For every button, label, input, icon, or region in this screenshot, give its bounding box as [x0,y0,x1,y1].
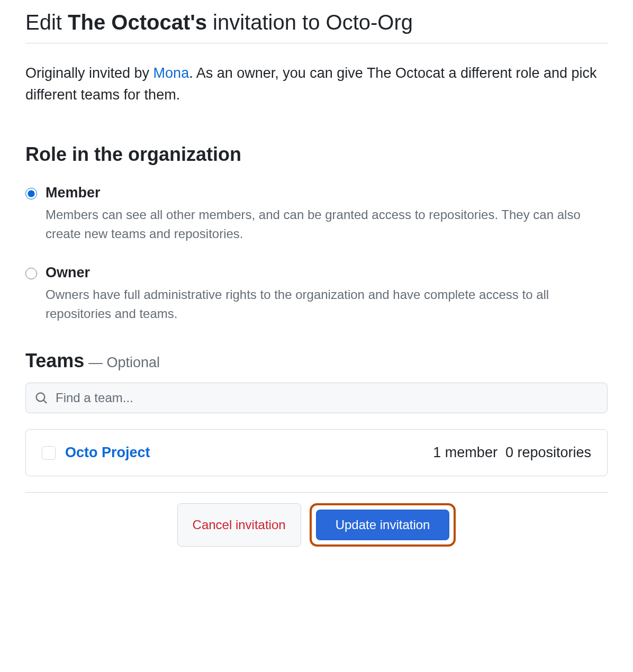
role-desc-member: Members can see all other members, and c… [46,205,608,243]
teams-optional-label: — Optional [84,355,160,370]
cancel-invitation-button[interactable]: Cancel invitation [177,503,301,547]
update-button-highlight: Update invitation [310,503,456,547]
team-search-container [25,383,608,413]
team-name-link[interactable]: Octo Project [65,444,433,461]
teams-heading-text: Teams [25,350,84,371]
title-suffix: invitation to Octo-Org [207,11,413,34]
role-label-owner: Owner [46,265,608,281]
role-desc-owner: Owners have full administrative rights t… [46,285,608,323]
role-option-member[interactable]: Member Members can see all other members… [25,185,608,243]
team-repos-count: 0 repositories [505,444,591,460]
team-members-count: 1 member [433,444,498,460]
teams-section-heading: Teams — Optional [25,350,608,372]
team-list: Octo Project 1 member 0 repositories [25,429,608,476]
page-title: Edit The Octocat's invitation to Octo-Or… [25,11,608,43]
role-radio-owner[interactable] [25,268,37,279]
role-option-owner[interactable]: Owner Owners have full administrative ri… [25,265,608,323]
team-stats: 1 member 0 repositories [433,444,591,461]
title-prefix: Edit [25,11,68,34]
role-section-heading: Role in the organization [25,143,608,166]
title-name: The Octocat's [68,11,207,34]
role-label-member: Member [46,185,608,201]
team-item: Octo Project 1 member 0 repositories [26,430,607,476]
desc-prefix: Originally invited by [25,65,153,81]
team-checkbox[interactable] [42,446,56,460]
update-invitation-button[interactable]: Update invitation [316,510,450,540]
inviter-link[interactable]: Mona [153,65,189,81]
role-radio-member[interactable] [25,188,37,199]
description: Originally invited by Mona. As an owner,… [25,62,608,105]
team-search-input[interactable] [25,383,608,413]
footer-actions: Cancel invitation Update invitation [25,492,608,547]
search-icon [35,392,48,404]
